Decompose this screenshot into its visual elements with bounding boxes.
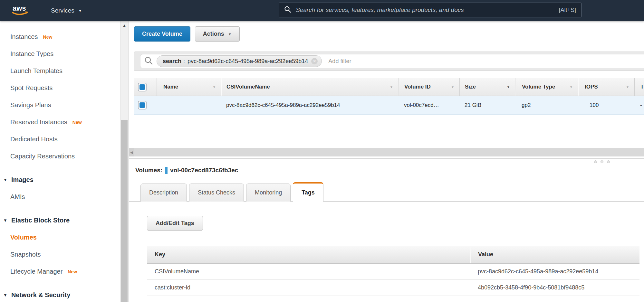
header-cell-checkbox: [134, 78, 157, 96]
row-checkbox[interactable]: [138, 101, 147, 109]
tags-table-header: Key Value: [147, 246, 639, 264]
scroll-left-arrow-icon[interactable]: ◀: [129, 148, 134, 156]
actions-label: Actions: [203, 31, 224, 37]
column-label: Volume Type: [522, 84, 555, 90]
sidebar-scrollbar-thumb[interactable]: [121, 120, 128, 302]
volume-row[interactable]: pvc-8ac9d62c-c645-495a-989a-ac292ee59b14…: [134, 96, 644, 115]
triangle-down-icon: ▼: [3, 177, 7, 182]
sidebar-item-lifecycle-manager[interactable]: Lifecycle Manager New: [0, 263, 120, 280]
volumes-table-header: Name ▼ CSIVolumeName ▼ Volume ID ▼ Size …: [134, 78, 644, 96]
header-cell-iops[interactable]: IOPS ▼: [578, 78, 634, 96]
new-badge: New: [72, 120, 82, 125]
global-search-input[interactable]: Search for services, features, marketpla…: [279, 3, 582, 17]
sidebar-item-dedicated-hosts[interactable]: Dedicated Hosts: [0, 131, 120, 148]
row-cell-volume-id: vol-00c7ecd…: [398, 96, 459, 114]
remove-filter-icon[interactable]: ✕: [311, 58, 318, 64]
sidebar-item-launch-templates[interactable]: Launch Templates: [0, 62, 120, 80]
global-search-placeholder: Search for services, features, marketpla…: [296, 6, 559, 14]
services-menu[interactable]: Services ▼: [51, 0, 82, 21]
sidebar-section-network-security[interactable]: ▼ Network & Security: [0, 287, 120, 302]
sidebar-item-label: Dedicated Hosts: [10, 136, 58, 143]
sidebar-scrollbar[interactable]: ▲: [120, 21, 129, 302]
tags-header-key: Key: [147, 246, 470, 263]
sidebar-item-label: Reserved Instances: [10, 118, 67, 126]
header-cell-size[interactable]: Size ▼: [459, 78, 515, 96]
header-cell-throughput-truncated[interactable]: T: [634, 78, 644, 96]
sidebar-item-capacity-reservations[interactable]: Capacity Reservations: [0, 148, 120, 165]
sidebar-item-snapshots[interactable]: Snapshots: [0, 246, 120, 263]
select-all-checkbox[interactable]: [138, 83, 147, 91]
new-badge: New: [68, 269, 77, 274]
sidebar-item-reserved-instances[interactable]: Reserved Instances New: [0, 114, 120, 131]
sidebar-item-savings-plans[interactable]: Savings Plans: [0, 97, 120, 114]
sidebar-item-label: Launch Templates: [10, 67, 62, 75]
volume-color-bar: [165, 167, 168, 174]
sort-caret-icon[interactable]: ▼: [570, 85, 573, 89]
aws-console: aws Services ▼ Search for services, feat…: [0, 0, 644, 302]
tag-row: cast:cluster-id 4b092cb5-3458-4f90-9b4c-…: [147, 280, 639, 296]
create-volume-button[interactable]: Create Volume: [134, 26, 190, 42]
scroll-up-arrow-icon[interactable]: ▲: [120, 23, 128, 28]
triangle-down-icon: ▼: [3, 293, 7, 297]
add-filter-placeholder[interactable]: Add filter: [328, 58, 351, 65]
add-edit-tags-button[interactable]: Add/Edit Tags: [147, 216, 203, 231]
row-cell-volume-type: gp2: [515, 96, 578, 114]
sort-caret-icon[interactable]: ▼: [390, 85, 393, 89]
sort-caret-icon-active[interactable]: ▼: [507, 85, 510, 89]
filter-tag-search[interactable]: search : pvc-8ac9d62c-c645-495a-989a-ac2…: [157, 55, 322, 67]
pane-divider: [129, 158, 644, 159]
filter-search-icon: [144, 56, 153, 66]
sidebar-item-instance-types[interactable]: Instance Types: [0, 45, 120, 62]
header-cell-volume-type[interactable]: Volume Type ▼: [515, 78, 578, 96]
search-shortcut: [Alt+S]: [559, 7, 576, 14]
filter-input[interactable]: search : pvc-8ac9d62c-c645-495a-989a-ac2…: [140, 54, 644, 68]
sort-caret-icon[interactable]: ▼: [451, 85, 454, 89]
sidebar-item-label: AMIs: [10, 193, 25, 201]
tab-tags[interactable]: Tags: [293, 182, 323, 202]
sidebar-section-images[interactable]: ▼ Images: [0, 171, 120, 188]
sidebar-item-label: Instances: [10, 33, 38, 41]
row-cell-throughput: -: [634, 96, 644, 114]
horizontal-scrollbar[interactable]: ◀: [129, 148, 644, 156]
sidebar-item-label: Savings Plans: [10, 101, 51, 109]
header-cell-csivolumename[interactable]: CSIVolumeName ▼: [221, 78, 398, 96]
tag-row: CSIVolumeName pvc-8ac9d62c-c645-495a-989…: [147, 264, 639, 280]
column-label: Size: [465, 84, 476, 90]
tags-table: Key Value CSIVolumeName pvc-8ac9d62c-c64…: [147, 246, 639, 296]
main-content: Create Volume Actions ▼ search : pvc-8ac…: [129, 21, 644, 302]
sidebar-item-label: Volumes: [10, 234, 37, 241]
header-cell-volume-id[interactable]: Volume ID ▼: [398, 78, 459, 96]
detail-title-label: Volumes:: [135, 167, 162, 174]
tag-key: CSIVolumeName: [147, 264, 470, 279]
tag-value: 4b092cb5-3458-4f90-9b4c-5081bf9488c5: [470, 280, 639, 296]
tab-status-checks[interactable]: Status Checks: [189, 184, 244, 202]
tab-description[interactable]: Description: [140, 184, 187, 202]
sidebar-section-label: Network & Security: [11, 291, 70, 299]
sidebar-item-spot-requests[interactable]: Spot Requests: [0, 80, 120, 97]
detail-pane: Volumes: vol-00c7ecd873c6fb3ec Descripti…: [129, 163, 644, 302]
sidebar-section-elastic-block-store[interactable]: ▼ Elastic Block Store: [0, 212, 120, 229]
sidebar: Instances New Instance Types Launch Temp…: [0, 21, 120, 302]
sort-caret-icon[interactable]: ▼: [626, 85, 629, 89]
actions-button[interactable]: Actions ▼: [195, 26, 240, 42]
row-cell-size: 21 GiB: [459, 96, 515, 114]
search-icon: [284, 6, 291, 14]
filter-tag-separator: :: [183, 58, 185, 65]
column-label: T: [640, 84, 644, 90]
aws-logo[interactable]: aws: [11, 4, 31, 18]
row-cell-csivolumename: pvc-8ac9d62c-c645-495a-989a-ac292ee59b14: [221, 96, 398, 114]
toolbar: Create Volume Actions ▼: [134, 26, 240, 42]
tag-value: pvc-8ac9d62c-c645-495a-989a-ac292ee59b14: [470, 264, 639, 279]
row-cell-iops: 100: [578, 96, 634, 114]
sidebar-item-instances[interactable]: Instances New: [0, 28, 120, 45]
sidebar-item-volumes[interactable]: Volumes: [0, 229, 120, 246]
sort-caret-icon[interactable]: ▼: [213, 85, 216, 89]
chevron-down-icon: ▼: [228, 32, 232, 36]
column-label: IOPS: [585, 84, 598, 90]
detail-volume-id: vol-00c7ecd873c6fb3ec: [170, 167, 238, 174]
sidebar-item-amis[interactable]: AMIs: [0, 188, 120, 205]
tab-monitoring[interactable]: Monitoring: [246, 184, 291, 202]
header-cell-name[interactable]: Name ▼: [157, 78, 221, 96]
services-label: Services: [51, 7, 74, 14]
sidebar-list: Instances New Instance Types Launch Temp…: [0, 21, 120, 302]
